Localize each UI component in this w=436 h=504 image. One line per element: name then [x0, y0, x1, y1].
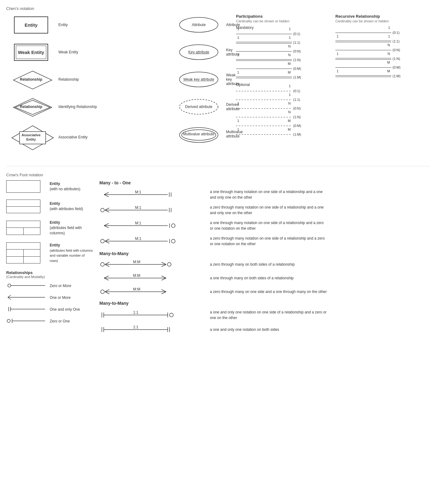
recursive-title: Recursive Relationship — [335, 14, 422, 19]
relationship-label: Relationship — [56, 77, 106, 82]
recursive-subtitle: Cardinality can be shown or hidden — [335, 19, 422, 23]
svg-line-69 — [161, 278, 166, 280]
rec-row-2: N (0:N) — [335, 47, 422, 53]
mm-desc-2: a zero through many on one side and a on… — [210, 289, 327, 295]
rec-line-0: 1 — [335, 29, 391, 36]
multivalue-attribute-oval: Multivalue attribute — [179, 126, 219, 143]
part-opt-line-4: 1 M — [236, 123, 292, 129]
svg-text:M:1: M:1 — [135, 205, 141, 210]
chens-title: Chen's notation — [6, 6, 430, 11]
part-row-optional-1: 1 (1:1) — [236, 96, 323, 103]
svg-line-55 — [105, 264, 109, 267]
oo-row-1: 1:1 a one and only one notation on both … — [99, 325, 430, 334]
attr-col: Attribute Attribute Key attribute Key at… — [174, 14, 236, 157]
part-row-mandatory-4: M (0:M) — [236, 65, 323, 72]
part-line-0: 1 1 — [236, 31, 292, 37]
relationship-diamond: Relationship — [12, 70, 50, 89]
rec-row-4: M (0:M) — [335, 64, 422, 71]
participations-title: Participations — [236, 14, 323, 19]
crows-rel-zero-one: Zero or One — [6, 317, 93, 326]
weak-key-attr-symbol: Weak key attribute — [174, 71, 224, 88]
part-row-mandatory-3: 1 N (1:N) — [236, 56, 323, 63]
svg-text:M:1: M:1 — [135, 190, 141, 194]
many-to-many-title: Many-to-Many — [99, 251, 430, 256]
svg-point-51 — [171, 239, 175, 243]
entity-symbol: Entity — [6, 16, 56, 34]
svg-line-73 — [105, 292, 109, 294]
svg-line-24 — [104, 195, 109, 197]
svg-line-77 — [161, 290, 166, 292]
part-opt-line-2: 1 N — [236, 105, 292, 111]
svg-text:M:1: M:1 — [135, 236, 141, 241]
svg-point-11 — [8, 284, 11, 287]
mm-desc-0: a zero through many on both sides of a r… — [210, 262, 295, 267]
part-row-optional-2: 1 N (0:N) — [236, 105, 323, 112]
part-row-optional-0: 1 (0:1) — [236, 88, 323, 94]
crows-rels-title: Relationships — [6, 270, 93, 275]
crows-section: Crow's Foot notation Entity (with no att… — [6, 166, 430, 339]
crows-entity-varrow-label: Entity (attributes field with columns an… — [47, 243, 93, 263]
identifying-label: Identifying Relationship — [56, 105, 106, 109]
part-opt-line-5: 1 M — [236, 131, 292, 137]
crows-entity-attr-label: Entity (with attributes field) — [47, 201, 83, 212]
part-row-mandatory-2: N (0:N) — [236, 48, 323, 55]
m1-desc-2: a one through many notation on one side … — [210, 220, 328, 231]
crows-entity-simple-label: Entity (with no attributes) — [47, 181, 80, 192]
one-more-sym — [6, 293, 47, 302]
svg-line-39 — [104, 226, 109, 228]
multivalue-attr-symbol: Multivalue attribute — [174, 126, 224, 143]
svg-line-78 — [161, 292, 166, 294]
relationship-symbol: Relationship — [6, 70, 56, 89]
one-more-label: One or More — [47, 295, 70, 300]
participations-area: Participations Cardinality can be shown … — [236, 14, 430, 157]
rec-row-1: 1 1 (1:1) — [335, 38, 422, 45]
oo-row-0: 1:1 a one and only one notation on one s… — [99, 309, 430, 321]
assoc-entity-wrap: AssociativeEntity — [11, 125, 51, 150]
part-line-2: N — [236, 48, 292, 54]
m1-row-0: M:1 a one through many notation on one s… — [99, 189, 430, 200]
zero-one-sym — [6, 317, 47, 326]
attr-symbol: Attribute — [174, 16, 224, 34]
many-to-many2-title: Many-to-Many — [99, 301, 430, 306]
oo-desc-0: a one and only one notation on one side … — [210, 309, 328, 321]
part-line-5: 1 M — [236, 74, 292, 80]
entity-box: Entity — [14, 16, 48, 34]
chen-attr-row: Attribute Attribute — [174, 14, 236, 36]
part-opt-line-3: N — [236, 114, 292, 120]
entity-rect-attr — [6, 200, 40, 213]
m1-row-3: M:1 a zero through many notation on one … — [99, 236, 430, 247]
chen-relationship-row: Relationship Relationship — [6, 69, 174, 90]
svg-line-63 — [104, 276, 109, 278]
crows-rels-subtitle: (Cardinality and Modality) — [6, 275, 93, 279]
weak-key-attribute-oval: Weak key attribute — [179, 71, 219, 88]
rec-line-1: 1 1 — [335, 38, 391, 44]
entity-label: Entity — [56, 23, 106, 27]
participations-subtitle: Cardinality can be shown or hidden — [236, 19, 323, 23]
rec-line-5: 1 M — [335, 73, 391, 79]
svg-line-32 — [105, 210, 109, 212]
chen-entity-row: Entity Entity — [6, 14, 174, 36]
crows-rel-one-only: One and only One — [6, 305, 93, 314]
crows-entity-col-label: Entity (attributes field with columns) — [47, 220, 93, 236]
svg-line-59 — [161, 262, 166, 264]
svg-line-47 — [105, 241, 109, 243]
crows-entity-col-row: Entity (attributes field with columns) — [6, 220, 93, 236]
chens-section: Chen's notation Entity Entity Weak Entit… — [6, 6, 430, 157]
m1-desc-0: a one through many notation on one side … — [210, 189, 328, 200]
svg-line-23 — [104, 192, 109, 195]
chen-multivalue-attr-row: Multivalue attribute Multivalue attribut… — [174, 123, 236, 145]
rec-line-4: M — [335, 64, 391, 70]
svg-text:1:1: 1:1 — [133, 325, 139, 329]
one-only-sym — [6, 305, 47, 314]
svg-text:M:M: M:M — [133, 287, 140, 291]
chen-weak-entity-row: Weak Entity Weak Entity — [6, 41, 174, 63]
svg-point-62 — [167, 263, 171, 266]
entity-rect-col — [6, 221, 40, 235]
svg-point-84 — [170, 313, 173, 317]
crows-left: Entity (with no attributes) Entity (with… — [6, 180, 93, 339]
svg-line-14 — [8, 297, 11, 299]
svg-text:M:M: M:M — [133, 273, 140, 278]
svg-line-72 — [105, 290, 109, 292]
chen-weak-key-attr-row: Weak key attribute Weak key attribute — [174, 69, 236, 90]
part-line-4: M — [236, 65, 292, 72]
